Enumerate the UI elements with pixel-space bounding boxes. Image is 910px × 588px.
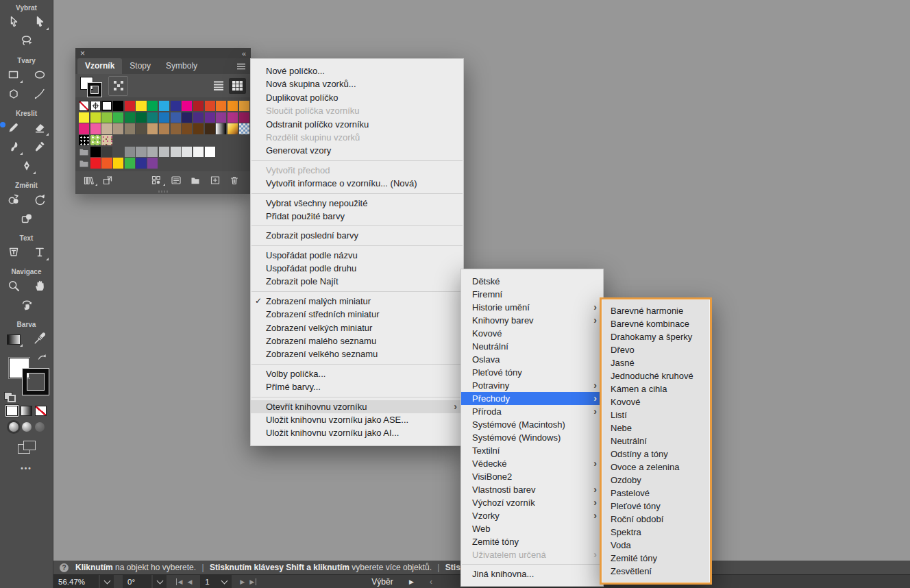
swatch-gradient-gold[interactable] bbox=[228, 123, 238, 134]
swatch-color[interactable] bbox=[136, 101, 146, 111]
panel-resize-handle[interactable] bbox=[75, 190, 251, 194]
fountain-pen-tool[interactable] bbox=[31, 139, 49, 156]
panel-menu-item-generovat-vzory[interactable]: Generovat vzory bbox=[251, 144, 463, 157]
collapse-panel-icon[interactable]: « bbox=[242, 49, 246, 58]
rotation-field[interactable]: 0° bbox=[123, 575, 151, 588]
swatch-color[interactable] bbox=[239, 101, 249, 111]
panel-menu-item-zobrazen-mal-ch-miniatur[interactable]: ✓Zobrazení malých miniatur bbox=[251, 295, 463, 308]
gradients-menu-item-nebe[interactable]: Nebe bbox=[602, 421, 710, 434]
swatch-color[interactable] bbox=[147, 147, 158, 157]
swatch-color[interactable] bbox=[125, 112, 135, 123]
polygon-tool[interactable] bbox=[5, 86, 23, 103]
swatch-color[interactable] bbox=[147, 112, 158, 123]
panel-menu-item-p-idat-pou-it-barvy[interactable]: Přidat použité barvy bbox=[251, 210, 463, 223]
draw-inside-button[interactable] bbox=[35, 422, 45, 432]
first-artboard-icon[interactable]: ◀ bbox=[176, 578, 182, 585]
swatch-color[interactable] bbox=[113, 158, 123, 168]
gradients-menu-item-k-men-a-cihla[interactable]: Kámen a cihla bbox=[602, 382, 710, 395]
panel-menu-item-zobrazen-mal-ho-seznamu[interactable]: Zobrazení malého seznamu bbox=[251, 334, 463, 347]
zoom-level-field[interactable]: 56.47% bbox=[53, 575, 99, 588]
panel-menu-item-ulo-it-knihovnu-vzorn-ku-jako-ai[interactable]: Uložit knihovnu vzorníku jako AI... bbox=[251, 426, 463, 439]
library-menu-item-p-echody[interactable]: Přechody› bbox=[461, 392, 603, 405]
stroke-color-well[interactable] bbox=[23, 369, 49, 395]
shape-builder-tool[interactable] bbox=[5, 192, 23, 209]
swatch-color[interactable] bbox=[147, 123, 158, 134]
swatch-color[interactable] bbox=[182, 112, 192, 123]
swatch-gradient-bw[interactable] bbox=[216, 123, 226, 134]
direct-selection-tool[interactable] bbox=[5, 14, 23, 32]
swatch-color[interactable] bbox=[193, 123, 204, 134]
swatch-color[interactable] bbox=[90, 112, 101, 123]
swatch-color[interactable] bbox=[79, 112, 89, 123]
close-icon[interactable]: × bbox=[80, 49, 85, 58]
library-menu-item-vzorky[interactable]: Vzorky› bbox=[461, 509, 603, 522]
panel-fill-stroke-proxy[interactable] bbox=[80, 76, 102, 95]
previous-artboard-icon[interactable]: ◀ bbox=[187, 578, 192, 585]
ellipse-tool[interactable] bbox=[31, 67, 49, 84]
library-menu-item-d-tsk[interactable]: Dětské bbox=[461, 275, 603, 288]
swatch-color[interactable] bbox=[125, 158, 135, 168]
swatch-color[interactable] bbox=[136, 123, 146, 134]
library-menu-item-syst-mov-windows[interactable]: Systémové (Windows) bbox=[461, 431, 603, 444]
gradients-menu-item-ple-ov-t-ny[interactable]: Pleťové tóny bbox=[602, 500, 710, 513]
library-menu-item-zemit-t-ny[interactable]: Zemité tóny bbox=[461, 535, 603, 548]
panel-menu-item-odstranit-pol-ko-vzorn-ku[interactable]: Odstranit políčko vzorníku bbox=[251, 118, 463, 131]
swatch-libraries-icon[interactable] bbox=[80, 173, 97, 187]
library-menu-item-vlastnosti-barev[interactable]: Vlastnosti barev› bbox=[461, 483, 603, 496]
swatch-color[interactable] bbox=[205, 147, 215, 157]
gradients-menu-item-jednoduch-kruhov[interactable]: Jednoduché kruhové bbox=[602, 369, 710, 382]
swatch-color[interactable] bbox=[90, 123, 101, 134]
eraser-tool[interactable] bbox=[31, 120, 49, 137]
rotate-tool[interactable] bbox=[31, 192, 49, 209]
color-button[interactable] bbox=[6, 406, 18, 416]
panel-menu-item-ulo-it-knihovnu-vzorn-ku-jako-ase[interactable]: Uložit knihovnu vzorníku jako ASE... bbox=[251, 413, 463, 426]
swatch-color[interactable] bbox=[171, 147, 181, 157]
panel-menu-item-zobrazit-pole-naj-t[interactable]: Zobrazit pole Najít bbox=[251, 275, 463, 288]
eyedropper-tool[interactable] bbox=[31, 331, 49, 348]
scroll-left-icon[interactable]: ‹ bbox=[430, 575, 432, 588]
swatch-pattern-floral[interactable] bbox=[101, 135, 112, 145]
swatch-color[interactable] bbox=[205, 101, 215, 111]
swatch-color[interactable] bbox=[79, 123, 89, 134]
swatch-color[interactable] bbox=[228, 101, 238, 111]
color-group-folder-icon[interactable] bbox=[79, 158, 89, 168]
pen-tool[interactable] bbox=[18, 158, 36, 175]
swatch-color[interactable] bbox=[136, 112, 146, 123]
swatch-color[interactable] bbox=[136, 158, 146, 168]
swatch-color[interactable] bbox=[182, 101, 192, 111]
gradients-menu-item-barevn-kombinace[interactable]: Barevné kombinace bbox=[602, 317, 710, 330]
new-color-group-icon[interactable] bbox=[187, 173, 204, 187]
tab-symboly[interactable]: Symboly bbox=[158, 58, 205, 74]
transform-tool[interactable] bbox=[18, 211, 36, 228]
swatch-color[interactable] bbox=[113, 101, 123, 111]
new-swatch-icon[interactable] bbox=[207, 173, 223, 187]
panel-menu-item-p-m-barvy[interactable]: Přímé barvy... bbox=[251, 380, 463, 393]
swatch-color[interactable] bbox=[228, 112, 238, 123]
swatch-color[interactable] bbox=[216, 101, 226, 111]
default-fill-stroke-icon[interactable] bbox=[4, 392, 16, 402]
library-menu-item-visibone2[interactable]: VisiBone2 bbox=[461, 470, 603, 483]
artboard-number-field[interactable]: 1 bbox=[200, 575, 232, 588]
gradient-tool[interactable] bbox=[5, 331, 23, 348]
rotate-view-tool[interactable] bbox=[18, 297, 36, 315]
artboard-icon[interactable] bbox=[18, 441, 36, 454]
swatch-color[interactable] bbox=[125, 123, 135, 134]
swatch-color[interactable] bbox=[205, 123, 215, 134]
swatch-color[interactable] bbox=[101, 158, 112, 168]
swatch-color[interactable] bbox=[216, 112, 226, 123]
panel-menu-item-zobrazen-velk-ch-miniatur[interactable]: Zobrazení velkých miniatur bbox=[251, 321, 463, 334]
gradients-menu-item-drahokamy-a-perky[interactable]: Drahokamy a šperky bbox=[602, 330, 710, 343]
swatch-pattern-green[interactable] bbox=[90, 135, 101, 145]
library-menu-item-p-roda[interactable]: Příroda› bbox=[461, 405, 603, 418]
swatch-color[interactable] bbox=[159, 147, 169, 157]
swatch-color[interactable] bbox=[125, 101, 135, 111]
panel-menu-icon[interactable] bbox=[236, 62, 247, 71]
gradients-menu-item-ovoce-a-zelenina[interactable]: Ovoce a zelenina bbox=[602, 461, 710, 474]
swatch-color[interactable] bbox=[101, 112, 112, 123]
paintbrush-tool[interactable] bbox=[5, 139, 23, 156]
panel-menu-item-uspo-dat-podle-druhu[interactable]: Uspořádat podle druhu bbox=[251, 262, 463, 275]
gradients-menu-item-voda[interactable]: Voda bbox=[602, 539, 710, 552]
panel-menu-item-nov-skupina-vzork[interactable]: Nová skupina vzorků... bbox=[251, 77, 463, 90]
library-menu-item-v-deck[interactable]: Vědecké› bbox=[461, 457, 603, 470]
draw-behind-button[interactable] bbox=[22, 422, 32, 432]
